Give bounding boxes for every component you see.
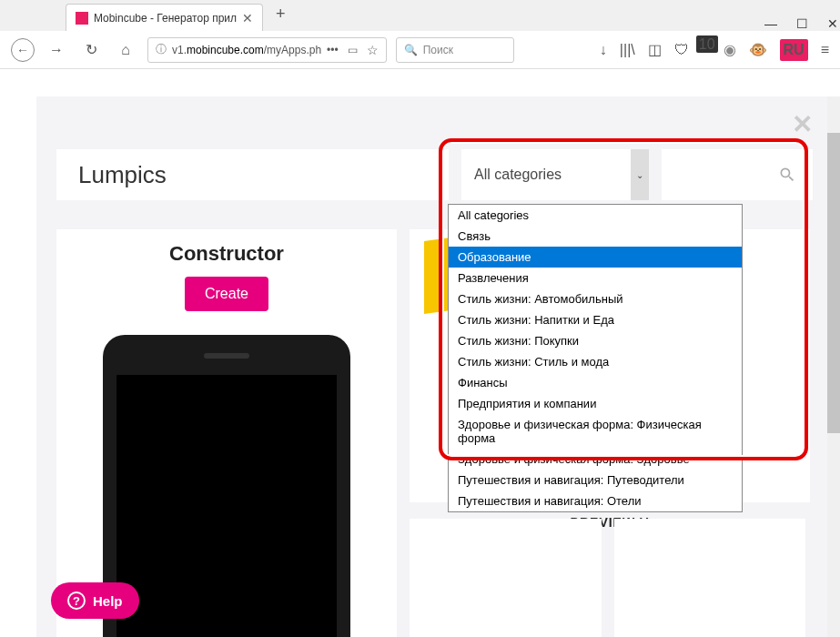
toolbar-icons: ↓ |||\ ◫ 🛡10 ◉ 🐵 RU ≡ [600, 39, 829, 61]
tab-close-icon[interactable]: ✕ [242, 11, 253, 25]
forward-button[interactable]: → [44, 37, 69, 63]
page-actions-icon[interactable]: ••• [327, 44, 339, 56]
shield-icon[interactable]: 🛡10 [674, 42, 711, 58]
help-label: Help [93, 593, 123, 609]
reload-button[interactable]: ↻ [78, 37, 104, 63]
chevron-down-icon: ⌄ [631, 149, 649, 200]
new-tab-button[interactable]: + [268, 1, 293, 27]
window-controls: — ☐ ✕ [764, 16, 840, 31]
search-placeholder: Поиск [423, 44, 453, 56]
question-icon: ? [67, 592, 86, 610]
url-bar[interactable]: ⓘ v1.mobincube.com/myApps.ph ••• ▭ ☆ [147, 37, 387, 63]
dropdown-item[interactable]: Предприятия и компании [449, 393, 742, 414]
dropdown-item[interactable]: Стиль жизни: Напитки и Еда [449, 309, 742, 330]
ublock-icon[interactable]: ◉ [724, 41, 736, 58]
dropdown-item[interactable]: Стиль жизни: Автомобильный [449, 288, 742, 309]
monkey-icon[interactable]: 🐵 [749, 41, 767, 58]
top-row: Lumpics All categories ⌄ [56, 149, 813, 200]
template-card-2[interactable] [410, 519, 602, 637]
scrollbar[interactable] [827, 96, 840, 637]
search-input[interactable] [662, 149, 813, 200]
bottom-cards [410, 519, 805, 637]
help-button[interactable]: ? Help [51, 582, 139, 619]
minimize-button[interactable]: — [764, 16, 778, 31]
window-close-button[interactable]: ✕ [825, 16, 840, 31]
tab-title: Mobincube - Генератор прил [94, 12, 237, 25]
page-close-icon[interactable]: ✕ [792, 109, 813, 139]
dropdown-item[interactable]: Финансы [449, 372, 742, 393]
template-card-3[interactable] [614, 519, 806, 637]
search-bar[interactable]: 🔍 Поиск [396, 37, 514, 63]
phone-screen [116, 375, 337, 637]
dropdown-item[interactable]: Стиль жизни: Стиль и мода [449, 351, 742, 372]
dropdown-item[interactable]: Здоровье и физическая форма: Физическая … [449, 414, 742, 449]
phone-mockup [103, 335, 350, 637]
search-icon: 🔍 [404, 44, 418, 56]
back-button[interactable]: ← [11, 38, 35, 62]
ru-icon[interactable]: RU [780, 39, 808, 61]
sidebar-icon[interactable]: ◫ [648, 41, 662, 58]
library-icon[interactable]: |||\ [620, 42, 635, 58]
constructor-panel: Constructor Create [56, 229, 397, 637]
search-icon [778, 166, 796, 184]
dropdown-item[interactable]: All categories [449, 205, 742, 226]
dropdown-item[interactable]: Здоровье и физическая форма: Здоровье [449, 449, 742, 470]
page-content: ✕ Lumpics All categories ⌄ Constructor C… [36, 96, 840, 637]
reader-icon[interactable]: ▭ [348, 44, 358, 56]
dropdown-item[interactable]: Путешествия и навигация: Отели [449, 490, 742, 511]
dropdown-item[interactable]: Образование [449, 247, 742, 268]
dropdown-item[interactable]: Развлечения [449, 268, 742, 288]
create-button[interactable]: Create [185, 277, 268, 311]
category-select[interactable]: All categories ⌄ [461, 149, 649, 200]
phone-speaker [204, 353, 249, 359]
app-name-input[interactable]: Lumpics [56, 149, 449, 200]
dropdown-item[interactable]: Путешествия и навигация: Путеводители [449, 470, 742, 490]
tab-bar: Mobincube - Генератор прил ✕ + — ☐ ✕ [0, 0, 840, 31]
menu-icon[interactable]: ≡ [821, 42, 829, 58]
constructor-title: Constructor [56, 242, 397, 266]
url-text: v1.mobincube.com/myApps.ph [172, 44, 321, 56]
maximize-button[interactable]: ☐ [794, 16, 809, 31]
dropdown-item[interactable]: Стиль жизни: Покупки [449, 330, 742, 351]
home-button[interactable]: ⌂ [113, 37, 138, 63]
category-dropdown[interactable]: All categoriesСвязьОбразованиеРазвлечени… [448, 204, 743, 512]
bookmark-icon[interactable]: ☆ [367, 43, 379, 57]
dropdown-item[interactable]: Связь [449, 226, 742, 247]
download-icon[interactable]: ↓ [600, 42, 607, 58]
category-selected-label: All categories [474, 167, 562, 183]
scrollbar-thumb[interactable] [827, 133, 840, 433]
nav-bar: ← → ↻ ⌂ ⓘ v1.mobincube.com/myApps.ph •••… [0, 31, 840, 69]
tab-favicon [76, 12, 88, 25]
info-icon[interactable]: ⓘ [156, 42, 167, 57]
browser-tab[interactable]: Mobincube - Генератор прил ✕ [66, 4, 263, 31]
